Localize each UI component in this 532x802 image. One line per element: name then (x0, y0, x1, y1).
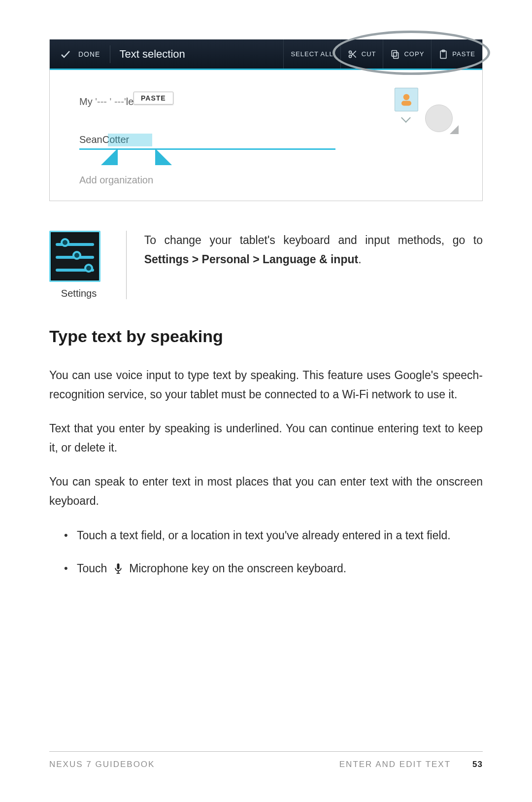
body-paragraph-2: Text that you enter by speaking is under… (49, 419, 483, 457)
name-input[interactable]: Sean Cotter (79, 120, 335, 150)
cut-button[interactable]: CUT (340, 39, 383, 69)
body-paragraph-1: You can use voice input to type text by … (49, 366, 483, 404)
svg-rect-10 (117, 563, 119, 569)
scissors-icon (348, 49, 358, 59)
profile-field-row: My '--- ' ---'le PASTE (79, 85, 453, 118)
select-all-label: SELECT ALL (291, 50, 333, 58)
settings-tip-block: Settings To change your tablet's keyboar… (49, 231, 483, 299)
select-all-button[interactable]: SELECT ALL (283, 39, 340, 69)
copy-label: COPY (404, 50, 424, 58)
person-icon (399, 92, 414, 107)
selection-highlight (108, 134, 152, 146)
footer-chapter: ENTER AND EDIT TEXT (339, 760, 451, 769)
paste-label: PASTE (452, 50, 475, 58)
cut-label: CUT (362, 50, 376, 58)
action-bar: DONE Text selection SELECT ALL CUT COPY … (50, 39, 482, 70)
steps-list: Touch a text field, or a location in tex… (49, 526, 483, 580)
svg-point-0 (349, 51, 351, 53)
done-button[interactable]: DONE (50, 39, 110, 69)
svg-rect-5 (392, 50, 397, 56)
svg-rect-4 (394, 52, 399, 58)
checkmark-icon (60, 48, 71, 60)
resize-corner-icon (450, 125, 459, 134)
action-bar-title: Text selection (110, 45, 185, 63)
vertical-divider (126, 231, 127, 299)
paste-tooltip[interactable]: PASTE (133, 92, 173, 105)
footer-page-number: 53 (472, 760, 483, 769)
clipboard-icon (438, 49, 448, 59)
section-heading: Type text by speaking (49, 327, 483, 346)
step-item-1: Touch a text field, or a location in tex… (64, 526, 483, 545)
copy-button[interactable]: COPY (383, 39, 431, 69)
profile-field-text: My '--- ' ---'le (79, 96, 133, 107)
profile-avatar-thumbnail[interactable] (395, 88, 418, 111)
svg-point-8 (403, 94, 410, 101)
settings-app-icon (49, 231, 100, 282)
add-organization-link[interactable]: Add organization (79, 174, 453, 186)
settings-tip-text: To change your tablet's keyboard and inp… (144, 231, 483, 299)
page-footer: NEXUS 7 GUIDEBOOK ENTER AND EDIT TEXT 53 (49, 751, 483, 769)
step-item-2: Touch Microphone key on the onscreen key… (64, 559, 483, 580)
copy-icon (390, 49, 400, 59)
body-paragraph-3: You can speak to enter text in most plac… (49, 472, 483, 511)
contact-avatar-placeholder[interactable] (425, 105, 453, 132)
name-text-unselected: Sean (79, 134, 102, 145)
microphone-icon (113, 561, 123, 580)
svg-rect-9 (401, 101, 411, 106)
done-label: DONE (78, 50, 100, 58)
footer-book-title: NEXUS 7 GUIDEBOOK (49, 760, 155, 769)
text-selection-screenshot: DONE Text selection SELECT ALL CUT COPY … (49, 39, 483, 201)
paste-button[interactable]: PASTE (431, 39, 482, 69)
settings-icon-label: Settings (49, 288, 108, 299)
selection-handle-end[interactable] (155, 148, 172, 165)
selection-handle-start[interactable] (101, 148, 118, 165)
svg-point-1 (349, 55, 351, 57)
